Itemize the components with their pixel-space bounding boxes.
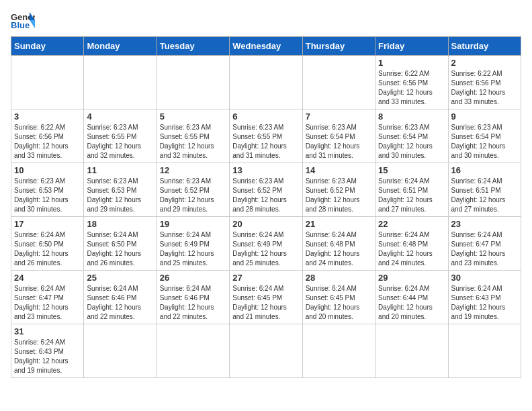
day-number: 7 <box>306 111 372 122</box>
day-info: Sunrise: 6:22 AM Sunset: 6:56 PM Dayligh… <box>451 69 518 107</box>
calendar-cell: 26Sunrise: 6:24 AM Sunset: 6:46 PM Dayli… <box>157 271 229 324</box>
calendar-cell <box>230 56 302 109</box>
calendar-cell: 7Sunrise: 6:23 AM Sunset: 6:54 PM Daylig… <box>302 109 375 163</box>
week-row-4: 17Sunrise: 6:24 AM Sunset: 6:50 PM Dayli… <box>11 217 521 271</box>
day-info: Sunrise: 6:24 AM Sunset: 6:45 PM Dayligh… <box>232 284 299 322</box>
day-info: Sunrise: 6:23 AM Sunset: 6:53 PM Dayligh… <box>87 177 153 214</box>
calendar-cell <box>157 56 229 109</box>
calendar-cell: 17Sunrise: 6:24 AM Sunset: 6:50 PM Dayli… <box>11 217 84 271</box>
day-info: Sunrise: 6:24 AM Sunset: 6:47 PM Dayligh… <box>451 230 518 268</box>
day-number: 22 <box>378 219 445 229</box>
day-info: Sunrise: 6:24 AM Sunset: 6:49 PM Dayligh… <box>232 230 299 268</box>
day-info: Sunrise: 6:24 AM Sunset: 6:44 PM Dayligh… <box>378 284 445 322</box>
calendar-cell: 21Sunrise: 6:24 AM Sunset: 6:48 PM Dayli… <box>302 217 375 271</box>
day-number: 29 <box>378 273 445 283</box>
svg-text:Blue: Blue <box>11 20 30 30</box>
day-info: Sunrise: 6:23 AM Sunset: 6:55 PM Dayligh… <box>232 123 299 161</box>
day-info: Sunrise: 6:24 AM Sunset: 6:49 PM Dayligh… <box>160 230 226 268</box>
day-info: Sunrise: 6:24 AM Sunset: 6:46 PM Dayligh… <box>87 284 153 322</box>
day-number: 14 <box>306 165 372 175</box>
calendar-cell: 18Sunrise: 6:24 AM Sunset: 6:50 PM Dayli… <box>84 217 157 271</box>
calendar-cell: 14Sunrise: 6:23 AM Sunset: 6:52 PM Dayli… <box>302 163 375 217</box>
calendar-cell: 13Sunrise: 6:23 AM Sunset: 6:52 PM Dayli… <box>230 163 302 217</box>
day-info: Sunrise: 6:23 AM Sunset: 6:53 PM Dayligh… <box>14 177 81 214</box>
calendar-cell: 22Sunrise: 6:24 AM Sunset: 6:48 PM Dayli… <box>375 217 448 271</box>
calendar-cell: 1Sunrise: 6:22 AM Sunset: 6:56 PM Daylig… <box>375 56 448 109</box>
day-info: Sunrise: 6:23 AM Sunset: 6:52 PM Dayligh… <box>306 177 372 214</box>
calendar-cell <box>302 324 375 378</box>
svg-marker-3 <box>30 20 35 28</box>
calendar-cell: 16Sunrise: 6:24 AM Sunset: 6:51 PM Dayli… <box>448 163 521 217</box>
day-info: Sunrise: 6:24 AM Sunset: 6:45 PM Dayligh… <box>306 284 372 322</box>
day-info: Sunrise: 6:24 AM Sunset: 6:50 PM Dayligh… <box>87 230 153 268</box>
day-number: 26 <box>160 273 226 283</box>
day-number: 15 <box>378 165 445 175</box>
day-number: 13 <box>232 165 299 175</box>
week-row-5: 24Sunrise: 6:24 AM Sunset: 6:47 PM Dayli… <box>11 271 521 324</box>
day-info: Sunrise: 6:24 AM Sunset: 6:46 PM Dayligh… <box>160 284 226 322</box>
day-number: 3 <box>14 111 81 122</box>
calendar-cell <box>230 324 302 378</box>
day-number: 4 <box>87 111 153 122</box>
calendar-cell <box>11 56 84 109</box>
day-info: Sunrise: 6:23 AM Sunset: 6:54 PM Dayligh… <box>378 123 445 161</box>
calendar-cell: 27Sunrise: 6:24 AM Sunset: 6:45 PM Dayli… <box>230 271 302 324</box>
calendar-cell: 20Sunrise: 6:24 AM Sunset: 6:49 PM Dayli… <box>230 217 302 271</box>
weekday-header-row: SundayMondayTuesdayWednesdayThursdayFrid… <box>11 37 521 56</box>
day-number: 21 <box>306 219 372 229</box>
page-header: General Blue <box>11 11 521 30</box>
day-number: 8 <box>378 111 445 122</box>
calendar-cell: 23Sunrise: 6:24 AM Sunset: 6:47 PM Dayli… <box>448 217 521 271</box>
day-info: Sunrise: 6:23 AM Sunset: 6:52 PM Dayligh… <box>232 177 299 214</box>
calendar-cell: 6Sunrise: 6:23 AM Sunset: 6:55 PM Daylig… <box>230 109 302 163</box>
calendar-cell <box>84 324 157 378</box>
day-info: Sunrise: 6:23 AM Sunset: 6:54 PM Dayligh… <box>451 123 518 161</box>
day-info: Sunrise: 6:23 AM Sunset: 6:52 PM Dayligh… <box>160 177 226 214</box>
calendar-cell: 19Sunrise: 6:24 AM Sunset: 6:49 PM Dayli… <box>157 217 229 271</box>
day-info: Sunrise: 6:22 AM Sunset: 6:56 PM Dayligh… <box>378 69 445 107</box>
calendar-cell <box>302 56 375 109</box>
day-number: 31 <box>14 326 81 336</box>
weekday-header-thursday: Thursday <box>302 37 375 56</box>
calendar-cell: 4Sunrise: 6:23 AM Sunset: 6:55 PM Daylig… <box>84 109 157 163</box>
day-info: Sunrise: 6:22 AM Sunset: 6:56 PM Dayligh… <box>14 123 81 161</box>
week-row-3: 10Sunrise: 6:23 AM Sunset: 6:53 PM Dayli… <box>11 163 521 217</box>
week-row-6: 31Sunrise: 6:24 AM Sunset: 6:43 PM Dayli… <box>11 324 521 378</box>
weekday-header-monday: Monday <box>84 37 157 56</box>
day-info: Sunrise: 6:24 AM Sunset: 6:48 PM Dayligh… <box>306 230 372 268</box>
weekday-header-friday: Friday <box>375 37 448 56</box>
calendar-cell: 12Sunrise: 6:23 AM Sunset: 6:52 PM Dayli… <box>157 163 229 217</box>
day-info: Sunrise: 6:24 AM Sunset: 6:51 PM Dayligh… <box>451 177 518 214</box>
day-info: Sunrise: 6:24 AM Sunset: 6:48 PM Dayligh… <box>378 230 445 268</box>
weekday-header-saturday: Saturday <box>448 37 521 56</box>
day-number: 19 <box>160 219 226 229</box>
weekday-header-wednesday: Wednesday <box>230 37 302 56</box>
day-number: 28 <box>306 273 372 283</box>
calendar-cell <box>448 324 521 378</box>
calendar-cell: 30Sunrise: 6:24 AM Sunset: 6:43 PM Dayli… <box>448 271 521 324</box>
day-info: Sunrise: 6:23 AM Sunset: 6:55 PM Dayligh… <box>87 123 153 161</box>
calendar-cell: 2Sunrise: 6:22 AM Sunset: 6:56 PM Daylig… <box>448 56 521 109</box>
weekday-header-tuesday: Tuesday <box>157 37 229 56</box>
day-number: 12 <box>160 165 226 175</box>
weekday-header-sunday: Sunday <box>11 37 84 56</box>
day-number: 11 <box>87 165 153 175</box>
calendar-cell: 5Sunrise: 6:23 AM Sunset: 6:55 PM Daylig… <box>157 109 229 163</box>
week-row-1: 1Sunrise: 6:22 AM Sunset: 6:56 PM Daylig… <box>11 56 521 109</box>
day-info: Sunrise: 6:24 AM Sunset: 6:43 PM Dayligh… <box>451 284 518 322</box>
logo: General Blue <box>11 11 35 30</box>
calendar-cell <box>157 324 229 378</box>
day-number: 5 <box>160 111 226 122</box>
calendar-cell: 25Sunrise: 6:24 AM Sunset: 6:46 PM Dayli… <box>84 271 157 324</box>
calendar-cell: 31Sunrise: 6:24 AM Sunset: 6:43 PM Dayli… <box>11 324 84 378</box>
day-number: 18 <box>87 219 153 229</box>
day-number: 30 <box>451 273 518 283</box>
calendar-cell <box>375 324 448 378</box>
calendar-table: SundayMondayTuesdayWednesdayThursdayFrid… <box>11 36 521 378</box>
day-number: 9 <box>451 111 518 122</box>
day-number: 16 <box>451 165 518 175</box>
day-number: 10 <box>14 165 81 175</box>
day-info: Sunrise: 6:24 AM Sunset: 6:51 PM Dayligh… <box>378 177 445 214</box>
day-number: 27 <box>232 273 299 283</box>
day-info: Sunrise: 6:24 AM Sunset: 6:47 PM Dayligh… <box>14 284 81 322</box>
